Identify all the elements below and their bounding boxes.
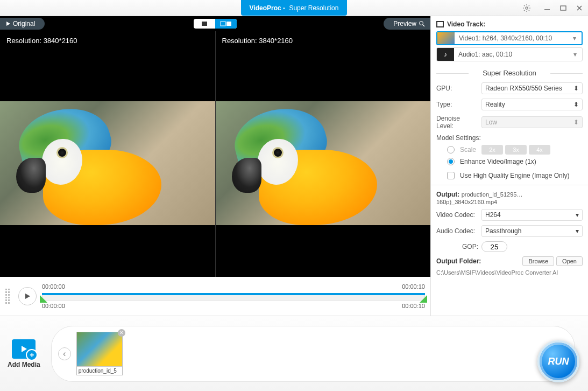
media-item-thumb: [77, 332, 122, 367]
time-bot-start: 00:00:00: [42, 303, 65, 309]
preview-tab[interactable]: Preview: [384, 18, 430, 30]
video-track-heading: Video Track:: [436, 20, 583, 28]
play-button[interactable]: [18, 287, 37, 305]
browse-button[interactable]: Browse: [522, 256, 554, 266]
output-folder-label: Output Folder:: [436, 257, 481, 265]
titlebar: VideoProc - Super Resolution: [0, 0, 588, 16]
preview-pane-right: Resolution: 3840*2160: [215, 31, 431, 277]
chevron-down-icon[interactable]: ▾: [573, 34, 582, 42]
film-icon: [436, 21, 444, 27]
split-view-button[interactable]: [215, 19, 237, 29]
view-toggle: [194, 19, 237, 29]
minimize-button[interactable]: [541, 3, 554, 13]
media-prev-button[interactable]: ‹: [58, 347, 71, 360]
single-view-button[interactable]: [194, 19, 215, 29]
vcodec-select[interactable]: H264▾: [481, 209, 583, 221]
close-button[interactable]: [573, 3, 586, 13]
audio-track-thumb: ♪: [437, 48, 454, 61]
maximize-button[interactable]: [557, 3, 570, 13]
model-settings-label: Model Settings:: [436, 134, 583, 142]
enhance-radio[interactable]: [447, 158, 455, 165]
video-track-label: Video1: h264, 3840x2160, 00:10: [455, 34, 573, 42]
audio-track-label: Audio1: aac, 00:10: [454, 51, 573, 58]
svg-rect-5: [226, 22, 231, 26]
updown-icon: ⬍: [573, 101, 579, 108]
acodec-label: Audio Codec:: [436, 227, 478, 235]
svg-point-6: [420, 22, 423, 25]
side-panel: Video Track: Video1: h264, 3840x2160, 00…: [430, 16, 588, 316]
type-select[interactable]: Reality⬍: [481, 99, 583, 110]
resolution-label-right: Resolution: 3840*2160: [222, 37, 293, 45]
svg-point-0: [526, 6, 528, 9]
gop-input[interactable]: [481, 241, 507, 252]
add-media-icon: [12, 339, 36, 359]
scale-2x-button[interactable]: 2x: [481, 145, 503, 155]
updown-icon: ⬍: [573, 85, 579, 92]
video-track-thumb: [437, 32, 455, 44]
denoise-label: Denoise Level:: [436, 115, 478, 130]
bottom-bar: Add Media ‹ ✕ production_id_5 › RUN: [0, 316, 588, 391]
scale-3x-button[interactable]: 3x: [505, 145, 527, 155]
updown-icon: ⬍: [573, 118, 579, 126]
gpu-select[interactable]: Radeon RX550/550 Series⬍: [481, 82, 583, 94]
acodec-select[interactable]: Passthrough▾: [481, 225, 583, 237]
time-top-start: 00:00:00: [42, 283, 65, 290]
type-label: Type:: [436, 101, 478, 108]
media-strip: ‹ ✕ production_id_5 ›: [51, 326, 575, 382]
svg-rect-3: [202, 22, 207, 26]
open-button[interactable]: Open: [556, 256, 583, 266]
resolution-label-left: Resolution: 3840*2160: [6, 37, 77, 45]
timeline: 00:00:0000:00:10 00:00:0000:00:10: [0, 277, 430, 316]
preview-area: Original Preview Resolution: 3840*2160 R…: [0, 16, 430, 316]
chevron-down-icon[interactable]: ▾: [573, 51, 582, 58]
video-track-item[interactable]: Video1: h264, 3840x2160, 00:10 ▾: [436, 31, 583, 45]
output-folder-path: C:\Users\MSIF\Videos\VideoProc Converter…: [436, 269, 583, 276]
audio-track-item[interactable]: ♪ Audio1: aac, 00:10 ▾: [436, 47, 583, 61]
media-item[interactable]: ✕ production_id_5: [76, 332, 123, 375]
media-item-name: production_id_5: [77, 367, 122, 375]
enhance-label: Enhance Video/Image (1x): [460, 158, 536, 165]
svg-rect-2: [561, 6, 566, 10]
svg-rect-4: [221, 22, 225, 26]
svg-rect-9: [437, 22, 443, 26]
magnify-icon: [419, 20, 425, 27]
time-top-end: 00:00:10: [402, 283, 425, 290]
vcodec-label: Video Codec:: [436, 211, 478, 219]
dash: -: [281, 4, 287, 12]
original-tab[interactable]: Original: [0, 18, 45, 30]
media-item-remove[interactable]: ✕: [118, 329, 125, 337]
scale-4x-button[interactable]: 4x: [529, 145, 550, 155]
output-label: Output:: [436, 191, 459, 198]
drag-handle-icon[interactable]: [5, 289, 13, 304]
titlebar-title: VideoProc - Super Resolution: [241, 0, 348, 16]
hq-engine-label: Use High Quality Engine (Image Only): [460, 172, 569, 179]
denoise-select: Low⬍: [481, 116, 583, 128]
time-bot-end: 00:00:10: [402, 303, 425, 309]
gpu-label: GPU:: [436, 85, 478, 92]
play-icon: [5, 21, 11, 26]
svg-line-7: [423, 25, 424, 26]
run-button[interactable]: RUN: [537, 340, 579, 382]
scale-radio[interactable]: [447, 146, 455, 153]
add-media-button[interactable]: Add Media: [8, 339, 40, 368]
super-resolution-heading: Super Resolution: [436, 69, 583, 77]
app-name: VideoProc: [250, 4, 281, 12]
preview-pane-left: Resolution: 3840*2160: [0, 31, 215, 277]
settings-button[interactable]: [520, 3, 533, 13]
scale-label: Scale: [460, 146, 476, 153]
hq-engine-checkbox[interactable]: [447, 172, 455, 179]
chevron-down-icon: ▾: [576, 227, 579, 235]
chevron-down-icon: ▾: [576, 211, 579, 219]
module-name: Super Resolution: [289, 4, 338, 12]
gop-label: GOP:: [436, 243, 478, 250]
timeline-track[interactable]: 00:00:0000:00:10 00:00:0000:00:10: [42, 283, 425, 309]
